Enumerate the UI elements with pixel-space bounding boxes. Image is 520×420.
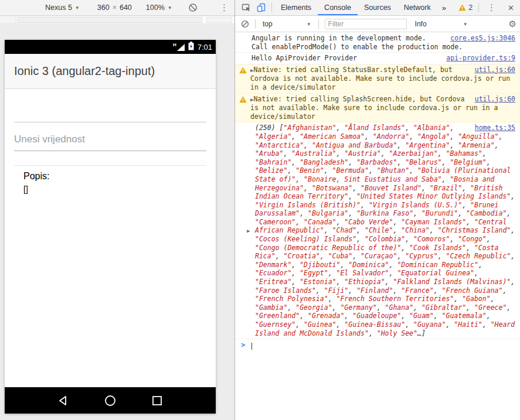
separator: , (369, 329, 377, 337)
array-string-item: "Guernsey" (255, 320, 295, 329)
array-string-item: "Angola" (417, 132, 450, 141)
array-string-item: "Finland" (356, 286, 393, 295)
array-string-item: "Bouvet Island" (361, 184, 422, 192)
separator: , (352, 252, 361, 260)
separator: , (482, 320, 491, 329)
source-link[interactable]: api-provider.ts:9 (446, 54, 515, 63)
separator: , (438, 149, 446, 158)
device-emulator-pane: Nexus 5 ▼ 360 × 640 100% ▼ ⋮ (0, 0, 234, 420)
source-link[interactable]: util.js:60 (475, 66, 515, 74)
separator: , (348, 158, 356, 166)
tag-input-field[interactable] (14, 128, 206, 151)
divider (14, 165, 206, 166)
array-string-item: "Austria" (344, 149, 380, 158)
separator: , (356, 235, 365, 243)
array-string-item: "Curaçao" (361, 252, 397, 260)
close-icon[interactable]: ✕ (502, 4, 520, 12)
warning-count-badge[interactable]: 2 (455, 4, 476, 12)
array-string-item: "Antigua and Barbuda" (312, 141, 397, 149)
array-string-item: "Holy See" (377, 329, 417, 337)
console-prompt[interactable]: > (235, 339, 520, 353)
network-type-label: H (173, 43, 176, 47)
array-string-item: "Virgin Islands (U.S.)" (369, 201, 462, 209)
back-button[interactable] (52, 389, 75, 412)
separator: , (413, 209, 422, 217)
source-link[interactable]: home.ts:35 (475, 124, 515, 132)
tab-sources[interactable]: Sources (358, 0, 397, 15)
array-string-item: "Virgin Islands (British)" (255, 201, 361, 209)
tab-console[interactable]: Console (318, 0, 358, 15)
tab-network[interactable]: Network (397, 0, 437, 15)
separator: , (344, 312, 352, 320)
expand-array-icon[interactable]: ▶ (247, 226, 250, 235)
array-string-item: "Algeria" (255, 132, 291, 141)
more-tabs-icon[interactable]: » (437, 4, 451, 12)
context-label: top (263, 20, 273, 28)
chevron-down-icon: ▼ (75, 5, 80, 11)
separator: , (413, 303, 422, 312)
array-string-item: "Gibraltar" (422, 303, 466, 312)
chevron-down-icon: ▼ (463, 22, 468, 27)
log-level-select[interactable]: Info ▼ (410, 20, 473, 28)
tab-elements[interactable]: Elements (274, 0, 318, 15)
device-mode-toolbar: Nexus 5 ▼ 360 × 640 100% ▼ ⋮ (0, 0, 234, 16)
viewport-height-value[interactable]: 640 (120, 4, 132, 12)
devtools-menu-icon[interactable]: ⋮ (481, 2, 502, 13)
rotate-icon[interactable] (185, 0, 200, 15)
separator: , (474, 269, 478, 277)
array-string-item: "Azerbaijan" (389, 149, 438, 158)
array-string-item: "Guadeloupe" (352, 312, 401, 320)
battery-icon (188, 42, 194, 53)
array-string-item: "Guinea-Bissau" (344, 320, 405, 329)
zoom-select[interactable]: 100% ▼ (146, 4, 172, 12)
text-cursor (251, 343, 252, 350)
gear-icon[interactable]: ⚙ (509, 19, 516, 29)
inspect-element-icon[interactable] (239, 0, 254, 15)
list-label: Popis: (23, 171, 49, 182)
separator: , (337, 218, 345, 226)
warning-icon (458, 4, 466, 11)
horizontal-scrollbar[interactable] (0, 16, 234, 24)
array-string-item: "Greece" (474, 303, 507, 312)
home-button[interactable] (98, 389, 122, 412)
device-select[interactable]: Nexus 5 ▼ (45, 4, 80, 12)
clear-console-icon[interactable] (237, 16, 253, 32)
separator: , (401, 244, 409, 252)
message-text: Native: tried calling StatusBar.styleDef… (250, 66, 510, 91)
array-string-item: "Ethiopia" (344, 278, 385, 286)
separator: , (487, 158, 491, 166)
separator: , (462, 184, 470, 192)
array-string-item: "Albania" (413, 124, 450, 132)
separator: , (328, 269, 337, 277)
separator: , (450, 235, 458, 243)
separator: , (397, 141, 405, 149)
separator: , (295, 320, 304, 329)
separator: , (450, 124, 454, 132)
toggle-device-toolbar-icon[interactable] (254, 0, 269, 15)
source-link[interactable]: util.js:60 (475, 95, 515, 104)
separator: , (507, 209, 511, 217)
separator: , (316, 286, 324, 295)
viewport-width-value[interactable]: 360 (97, 4, 110, 12)
execution-context-select[interactable]: top ▼ (258, 20, 316, 28)
array-string-item: "Denmark" (255, 261, 291, 269)
viewport-size[interactable]: 360 × 640 (97, 4, 132, 12)
separator: , (332, 303, 341, 312)
source-link[interactable]: core.es5.js:3046 (450, 34, 515, 43)
separator: , (511, 192, 515, 200)
filter-input[interactable] (325, 19, 407, 29)
console-warning-row: util.js:60▶Native: tried calling StatusB… (235, 64, 520, 94)
scrollbar-thumb[interactable] (18, 17, 202, 23)
recents-button[interactable] (145, 389, 169, 412)
scrollbar-corner (0, 16, 16, 23)
separator: , (389, 269, 397, 277)
array-string-item: "Greenland" (255, 312, 300, 320)
separator: , (393, 218, 401, 226)
android-status-bar: H 7:01 (5, 40, 216, 54)
array-string-item: "Fiji" (324, 286, 349, 295)
device-toolbar-menu-icon[interactable]: ⋮ (214, 2, 234, 13)
separator: , (287, 303, 295, 312)
array-string-item: "United States Minor Outlying Islands" (356, 192, 511, 200)
separator: , (446, 320, 454, 329)
screen: Nexus 5 ▼ 360 × 640 100% ▼ ⋮ (0, 0, 520, 420)
